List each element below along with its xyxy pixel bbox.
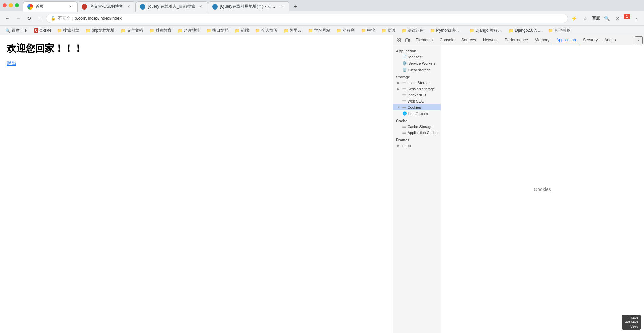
devtools-tab-sources[interactable]: Sources xyxy=(458,35,480,45)
devtools-toolbar: Elements Console Sources Network Perform… xyxy=(393,35,644,45)
bookmark-button[interactable]: ☆ xyxy=(580,14,590,23)
bookmark-aliyun[interactable]: 📁 阿里云 xyxy=(281,27,305,34)
home-button[interactable]: ⌂ xyxy=(35,14,45,23)
bookmarks-bar: 🔍 百度一下 C CSDN 📁 搜索引擎 📁 php文档地址 📁 支付文档 📁 … xyxy=(0,26,644,35)
sidebar-item-cookies[interactable]: ▼ ≡≡ Cookies xyxy=(393,104,441,110)
svg-rect-5 xyxy=(409,39,410,41)
bookmark-sousuo[interactable]: 📁 搜索引擎 xyxy=(54,27,82,34)
devtools-tab-network[interactable]: Network xyxy=(480,35,501,45)
svg-rect-2 xyxy=(397,41,398,42)
sidebar-item-manifest[interactable]: 📄 Manifest xyxy=(393,54,441,60)
forward-button[interactable]: → xyxy=(14,14,23,23)
idb-icon: ≡≡ xyxy=(402,93,406,97)
search-button[interactable]: 🔍 xyxy=(602,14,611,23)
close-button[interactable] xyxy=(3,3,7,7)
sidebar-section-application: Application xyxy=(393,47,441,54)
bookmark-label-jiekou: 接口文档 xyxy=(212,27,229,33)
bookmark-zhongru[interactable]: 📁 中软 xyxy=(358,27,378,34)
x-button[interactable]: ✕ xyxy=(613,14,622,23)
folder-icon-aliyun: 📁 xyxy=(284,28,289,33)
bookmark-falv[interactable]: 📁 法律纠纷 xyxy=(399,27,427,34)
bookmark-heku[interactable]: 📁 合库地址 xyxy=(175,27,203,34)
profile-button[interactable]: 百度 xyxy=(591,14,601,23)
sidebar-item-cache-storage[interactable]: ≡≡ Cache Storage xyxy=(393,124,441,130)
sidebar-item-bcom[interactable]: 🌐 http://b.com xyxy=(393,110,441,117)
bookmark-django2[interactable]: 📁 Django2.0入门教... xyxy=(506,27,545,34)
folder-icon-caishang: 📁 xyxy=(149,28,154,33)
sidebar-item-indexeddb[interactable]: ≡≡ IndexedDB xyxy=(393,92,441,98)
menu-button[interactable]: ⋮ xyxy=(632,14,641,23)
tab-3[interactable]: jquery 在线引入_目前搜索 ✕ xyxy=(136,1,208,12)
sidebar-item-service-workers[interactable]: ⚙️ Service Workers xyxy=(393,60,441,67)
bookmark-label-jianli: 个人简历 xyxy=(261,27,277,33)
bookmark-label-django2: Django2.0入门教... xyxy=(515,27,542,33)
logout-link[interactable]: 退出 xyxy=(7,60,16,66)
maximize-button[interactable] xyxy=(15,3,19,7)
tab-2[interactable]: 考义堂-CSDN博客 ✕ xyxy=(77,1,136,12)
bookmark-qianduan[interactable]: 📁 前端 xyxy=(232,27,252,34)
address-input-container[interactable]: 🔓 不安全 | b.com/index/index/index xyxy=(46,14,568,23)
lock-icon: 🔓 xyxy=(51,16,56,21)
bookmark-csdn[interactable]: C CSDN xyxy=(31,27,54,34)
devtools-tab-audits[interactable]: Audits xyxy=(601,35,619,45)
bookmark-other[interactable]: 📁 其他书签 xyxy=(545,27,573,34)
minimize-button[interactable] xyxy=(9,3,13,7)
tab-close-button[interactable]: ✕ xyxy=(67,4,73,10)
bookmark-xcx[interactable]: 📁 小程序 xyxy=(334,27,357,34)
back-button[interactable]: ← xyxy=(3,14,12,23)
devtools-tab-memory[interactable]: Memory xyxy=(531,35,553,45)
bookmark-python[interactable]: 📁 Python3 基础语法... xyxy=(427,27,466,34)
notification-button[interactable]: 1 xyxy=(624,14,630,19)
devtools-tab-performance[interactable]: Performance xyxy=(501,35,531,45)
bookmark-label-other: 其他书签 xyxy=(554,27,570,33)
bookmark-caishang[interactable]: 📁 财商教育 xyxy=(147,27,174,34)
devtools-more-button[interactable]: ⋮ xyxy=(635,36,643,44)
sidebar-item-websql[interactable]: ≡≡ Web SQL xyxy=(393,98,441,104)
folder-icon-heku: 📁 xyxy=(178,28,183,33)
devtools-device-button[interactable] xyxy=(404,36,412,44)
devtools-tab-console[interactable]: Console xyxy=(436,35,458,45)
bookmark-php[interactable]: 📁 php文档地址 xyxy=(83,27,117,34)
devtools-tab-security[interactable]: Security xyxy=(580,35,601,45)
bookmark-icon: 🔍 xyxy=(5,28,11,33)
bookmark-zhifu[interactable]: 📁 支付文档 xyxy=(118,27,146,34)
tab-close-button-4[interactable]: ✕ xyxy=(279,4,285,10)
clear-icon: 🗑️ xyxy=(402,68,407,72)
tab-active[interactable]: 首页 ✕ xyxy=(23,1,77,12)
bookmark-django1[interactable]: 📁 Django 教程 | 菜... xyxy=(467,27,505,34)
extensions-button[interactable]: ⚡ xyxy=(569,14,579,23)
sidebar-item-local-storage[interactable]: ▶ ≡≡ Local Storage xyxy=(393,80,441,86)
folder-icon-python: 📁 xyxy=(430,28,435,33)
devtools-tab-elements[interactable]: Elements xyxy=(412,35,436,45)
tab-close-button-2[interactable]: ✕ xyxy=(126,4,131,10)
title-bar: 首页 ✕ 考义堂-CSDN博客 ✕ jquery 在线引入_目前搜索 ✕ jQu… xyxy=(0,0,644,11)
sidebar-item-clear-storage[interactable]: 🗑️ Clear storage xyxy=(393,67,441,73)
cookies-placeholder-text: Cookies xyxy=(534,187,551,192)
cs-label: Cache Storage xyxy=(408,125,432,129)
folder-icon-jianli: 📁 xyxy=(255,28,260,33)
bookmark-label-sousuo: 搜索引擎 xyxy=(63,27,79,33)
sidebar-item-session-storage[interactable]: ▶ ≡≡ Session Storage xyxy=(393,86,441,92)
bookmark-shipu[interactable]: 📁 食谱 xyxy=(378,27,398,34)
bookmark-jianli[interactable]: 📁 个人简历 xyxy=(252,27,280,34)
tab-favicon xyxy=(27,4,33,10)
sidebar-item-top-frame[interactable]: ▶ □ top xyxy=(393,143,441,149)
sidebar-item-app-cache[interactable]: ≡≡ Application Cache xyxy=(393,130,441,136)
tab-4[interactable]: jQuery在线引用地址(全) - 安全 - ✕ xyxy=(208,1,289,12)
devtools-inspect-button[interactable] xyxy=(395,36,403,44)
ss-label: Session Storage xyxy=(408,87,435,91)
ac-icon: ≡≡ xyxy=(402,131,406,135)
bookmark-label-xcx: 小程序 xyxy=(343,27,355,33)
bookmark-baidu[interactable]: 🔍 百度一下 xyxy=(3,27,31,34)
reload-button[interactable]: ↻ xyxy=(24,14,34,23)
sidebar-section-cache: Cache xyxy=(393,117,441,124)
tab-close-button-3[interactable]: ✕ xyxy=(198,4,203,10)
devtools-tab-application[interactable]: Application xyxy=(553,35,580,45)
new-tab-button[interactable]: + xyxy=(291,2,300,12)
idb-label: IndexedDB xyxy=(408,93,426,97)
bcom-label: http://b.com xyxy=(408,112,428,116)
ls-toggle: ▶ xyxy=(397,81,401,85)
bookmark-xuxi[interactable]: 📁 学习网站 xyxy=(305,27,333,34)
bookmark-jiekou[interactable]: 📁 接口文档 xyxy=(203,27,231,34)
folder-icon-php: 📁 xyxy=(85,28,91,33)
